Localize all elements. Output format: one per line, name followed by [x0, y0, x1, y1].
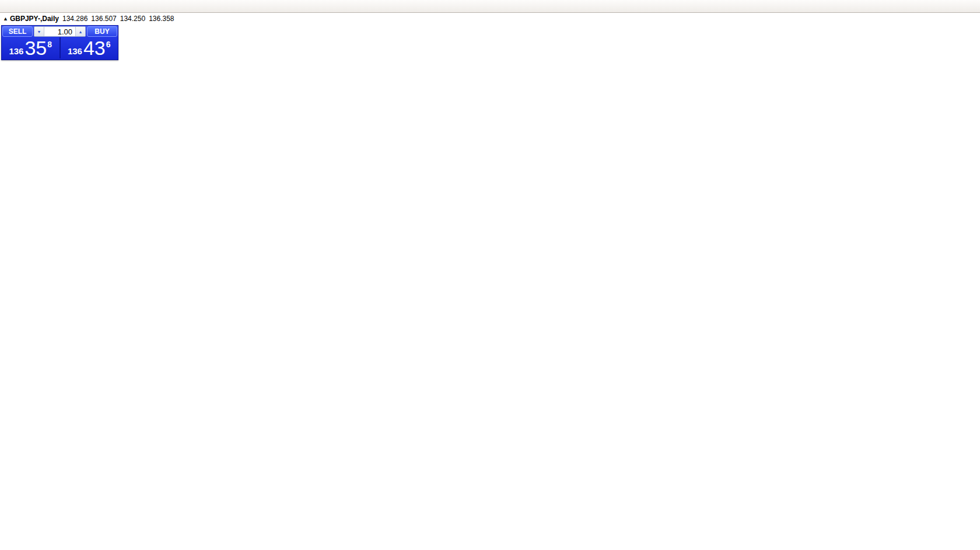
volume-increase-button[interactable]: ▲	[75, 27, 85, 36]
sell-pipette: 8	[47, 40, 52, 49]
volume-value[interactable]: 1.00	[44, 27, 75, 36]
buy-pips: 43	[83, 38, 106, 58]
sell-button[interactable]: SELL	[2, 26, 33, 37]
symbol-name: GBPJPY-,Daily	[10, 15, 59, 23]
main-toolbar	[0, 0, 980, 13]
sell-price-display[interactable]: 136 35 8	[2, 37, 60, 58]
sell-pips: 35	[24, 38, 47, 58]
symbol-marker-icon: ▲	[3, 16, 8, 22]
buy-pipette: 6	[106, 40, 111, 49]
mt4-window: ▲GBPJPY-,Daily134.286136.507134.250136.3…	[0, 0, 980, 550]
volume-stepper: ▼ 1.00 ▲	[34, 26, 86, 37]
chart-canvas[interactable]	[0, 0, 980, 550]
ohlc-high: 136.507	[91, 15, 116, 23]
volume-decrease-button[interactable]: ▼	[34, 27, 44, 36]
ohlc-close: 136.358	[149, 15, 174, 23]
buy-big-figure: 136	[68, 46, 82, 56]
buy-price-display[interactable]: 136 43 6	[60, 37, 118, 58]
one-click-trading-panel: SELL ▼ 1.00 ▲ BUY 136 35 8 136 43 6	[1, 25, 118, 60]
sell-big-figure: 136	[9, 46, 23, 56]
ohlc-low: 134.250	[120, 15, 145, 23]
buy-button[interactable]: BUY	[87, 26, 117, 37]
symbol-ohlc-line: ▲GBPJPY-,Daily134.286136.507134.250136.3…	[3, 15, 174, 23]
ohlc-open: 134.286	[62, 15, 88, 23]
